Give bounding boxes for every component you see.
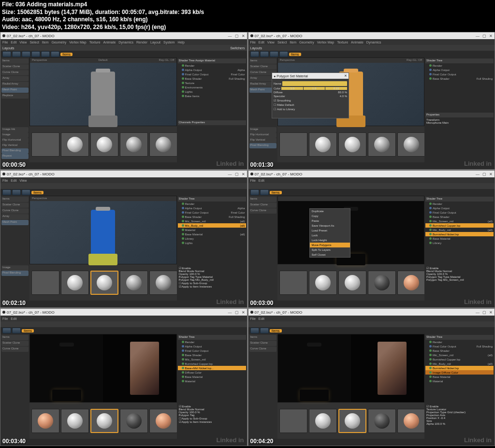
- polygon-set-material-dialog[interactable]: ●Polygon Set Material✕ Name Color1.01.00…: [272, 72, 349, 118]
- items-tab[interactable]: Items: [60, 53, 73, 56]
- render-preview[interactable]: [130, 342, 159, 395]
- image-options[interactable]: Image Ink Image Flip Horizontal Flip Ver…: [0, 126, 29, 162]
- context-menu[interactable]: Duplicate Copy Paste Save Viewport As Lo…: [309, 208, 350, 258]
- layout-tabs[interactable]: LayoutsSwitchers: [0, 45, 247, 51]
- shader-tree-panel[interactable]: Shader Tree Assign Material Render Alpha…: [177, 58, 247, 126]
- watermark: Linked in: [216, 160, 244, 167]
- file-name: File: 036 Adding materials.mp4: [2, 1, 493, 9]
- thumb[interactable]: [120, 132, 148, 157]
- material-thumbnails[interactable]: [29, 126, 177, 162]
- model-blue-yellow[interactable]: [91, 210, 115, 256]
- file-audio: Audio: aac, 48000 Hz, 2 channels, s16, 1…: [2, 16, 493, 24]
- frame-6: 07_02.lxo* - ch_07 - MODO—▢✕ FileEdit It…: [248, 308, 495, 446]
- app-icon: [2, 34, 5, 37]
- ctx-selected: Move Polygons: [310, 243, 350, 247]
- 3d-viewport[interactable]: PerspectiveDefaultRay-GL: Off: [29, 58, 177, 126]
- properties-panel[interactable]: [177, 126, 247, 162]
- file-info-header: File: 036 Adding materials.mp4 Size: 150…: [0, 0, 495, 32]
- file-video: Video: h264, yuv420p, 1280x720, 226 kb/s…: [2, 24, 493, 31]
- file-size: Size: 15062851 bytes (14,37 MiB), durati…: [2, 9, 493, 16]
- thumb-selected[interactable]: [90, 271, 118, 295]
- menu-bar[interactable]: FileEditViewSelectItemGeometryVertex Map…: [0, 39, 247, 45]
- timestamp: 00:00:50: [2, 161, 26, 168]
- thumb-unset[interactable]: [31, 132, 59, 157]
- model-gray[interactable]: [91, 72, 115, 117]
- toolbar[interactable]: Items: [0, 51, 247, 58]
- left-tool-panel[interactable]: ItemsScatter CloneCurve CloneArrayRadial…: [0, 58, 29, 126]
- frame-4: 07_02.lxo* - ch_07 - MODO—▢✕ FileEdit It…: [248, 170, 495, 308]
- close-button[interactable]: ✕: [242, 34, 245, 38]
- thumb[interactable]: [90, 132, 118, 157]
- maximize-button[interactable]: ▢: [235, 34, 239, 38]
- frame-3: 07_02.lxo* - ch_07 - MODO—▢✕ FileEditVie…: [0, 170, 248, 308]
- thumb[interactable]: [61, 132, 89, 157]
- frame-1: 07_02.lxo* - ch_07 - MODO—▢✕ FileEditVie…: [0, 32, 248, 170]
- frame-2: 07_02.lxo* - ch_07 - MODO—▢✕ FileEditVie…: [248, 32, 495, 170]
- frame-5: 07_02.lxo* - ch_07 - MODO—▢✕ FileEdit It…: [0, 308, 248, 446]
- minimize-button[interactable]: —: [228, 34, 232, 38]
- window-titlebar[interactable]: 07_02.lxo* - ch_07 - MODO—▢✕: [0, 32, 247, 39]
- split-viewport[interactable]: [29, 334, 177, 403]
- thumb[interactable]: [149, 132, 177, 157]
- material-name-input[interactable]: [282, 81, 347, 86]
- 3d-viewport[interactable]: PerspectiveRay-GL: Off ●Polygon Set Mate…: [277, 58, 425, 126]
- screenshot-grid: 07_02.lxo* - ch_07 - MODO—▢✕ FileEditVie…: [0, 32, 495, 446]
